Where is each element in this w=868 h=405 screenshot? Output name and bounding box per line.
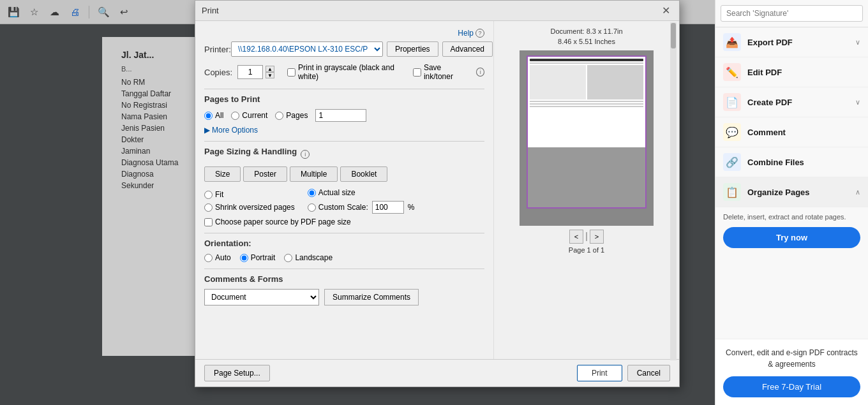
right-panel-item-comment[interactable]: 💬 Comment — [715, 117, 868, 147]
radio-actual[interactable] — [308, 189, 316, 197]
orientation-section: Orientation: Auto Portrait Landscape — [204, 239, 484, 262]
comments-section: Comments & Forms Document Summarize Comm… — [204, 274, 484, 306]
next-page-button[interactable]: > — [590, 230, 604, 244]
comments-title: Comments & Forms — [204, 274, 484, 284]
copies-down-button[interactable]: ▼ — [266, 72, 274, 78]
comments-row: Document Summarize Comments — [204, 289, 484, 306]
export-pdf-label: Export PDF — [747, 38, 849, 47]
radio-auto-label[interactable]: Auto — [204, 253, 231, 262]
cancel-button[interactable]: Cancel — [627, 365, 670, 381]
radio-pages-label[interactable]: Pages — [275, 111, 308, 120]
radio-actual-label[interactable]: Actual size — [308, 188, 415, 197]
radio-portrait[interactable] — [240, 254, 248, 262]
scale-unit: % — [408, 203, 415, 212]
preview-line — [530, 101, 643, 102]
save-ink-checkbox[interactable] — [413, 68, 421, 77]
orientation-radio-group: Auto Portrait Landscape — [204, 253, 484, 262]
document-info: Document: 8.3 x 11.7in — [550, 27, 622, 35]
preview-container — [520, 50, 654, 226]
paper-source-label[interactable]: Choose paper source by PDF page size — [204, 217, 351, 226]
paper-source-checkbox[interactable] — [204, 218, 213, 226]
radio-shrink-label[interactable]: Shrink oversized pages — [204, 203, 295, 212]
copies-wrap: Copies: ▲ ▼ — [204, 65, 274, 79]
radio-shrink[interactable] — [204, 203, 213, 212]
preview-page-content — [528, 57, 645, 147]
radio-current-label[interactable]: Current — [231, 111, 267, 120]
right-panel-item-edit[interactable]: ✏️ Edit PDF — [715, 57, 868, 87]
radio-all[interactable] — [204, 112, 213, 120]
fit-radio-col: Fit Shrink oversized pages — [204, 190, 295, 212]
copies-label: Copies: — [204, 68, 232, 77]
sizing-section: Page Sizing & Handling i Size Poster Mul… — [204, 147, 484, 226]
radio-all-label[interactable]: All — [204, 111, 223, 120]
free-trial-button[interactable]: Free 7-Day Trial — [723, 376, 860, 397]
right-panel-item-export[interactable]: 📤 Export PDF ∨ — [715, 27, 868, 57]
page-size-info: 8.46 x 5.51 Inches — [558, 38, 615, 45]
radio-fit-label[interactable]: Fit — [204, 190, 295, 199]
bottom-promo-section: Convert, edit and e-sign PDF contracts &… — [715, 339, 868, 405]
radio-fit[interactable] — [204, 191, 213, 199]
summarize-button[interactable]: Summarize Comments — [324, 289, 419, 306]
ink-info-icon[interactable]: i — [476, 68, 484, 77]
dialog-preview-panel: Document: 8.3 x 11.7in 8.46 x 5.51 Inche… — [494, 21, 679, 359]
copies-input[interactable] — [237, 65, 263, 79]
advanced-button[interactable]: Advanced — [442, 41, 493, 57]
preview-area: Document: 8.3 x 11.7in 8.46 x 5.51 Inche… — [500, 27, 673, 254]
fit-row: Fit Shrink oversized pages Actual size — [204, 188, 484, 214]
page-setup-button[interactable]: Page Setup... — [204, 365, 270, 381]
radio-custom[interactable] — [308, 203, 316, 212]
dialog-footer: Page Setup... Print Cancel — [195, 359, 679, 387]
radio-actual-text: Actual size — [318, 188, 355, 197]
organize-description: Delete, insert, extract and rotate pages… — [723, 212, 860, 222]
printer-select[interactable]: \\192.168.0.40\EPSON LX-310 ESC/P — [231, 41, 383, 57]
radio-landscape[interactable] — [284, 254, 292, 262]
tab-booklet-button[interactable]: Booklet — [340, 166, 387, 182]
radio-custom-label[interactable]: Custom Scale: — [308, 203, 368, 212]
grayscale-checkbox[interactable] — [287, 68, 296, 77]
radio-auto[interactable] — [204, 254, 213, 262]
help-icon[interactable]: ? — [475, 29, 484, 38]
right-panel-item-create[interactable]: 📄 Create PDF ∨ — [715, 87, 868, 117]
try-now-button[interactable]: Try now — [723, 227, 860, 248]
paper-source-text: Choose paper source by PDF page size — [215, 217, 351, 226]
right-panel-item-combine[interactable]: 🔗 Combine Files — [715, 147, 868, 177]
sizing-info-icon[interactable]: i — [301, 150, 310, 159]
signature-search-input[interactable] — [721, 5, 863, 22]
comments-select[interactable]: Document — [204, 289, 319, 306]
dialog-title: Print — [202, 6, 219, 15]
dialog-scrollbar[interactable] — [670, 22, 677, 360]
right-panel-item-organize[interactable]: 📋 Organize Pages ∧ — [715, 177, 868, 207]
radio-current-text: Current — [242, 111, 267, 120]
page-slider[interactable] — [586, 232, 587, 241]
preview-line — [530, 106, 643, 107]
radio-landscape-label[interactable]: Landscape — [284, 253, 333, 262]
grayscale-checkbox-label[interactable]: Print in grayscale (black and white) — [287, 63, 403, 81]
scale-input[interactable] — [372, 201, 404, 214]
save-ink-checkbox-label[interactable]: Save ink/toner — [413, 63, 466, 81]
help-link[interactable]: Help ? — [458, 29, 484, 38]
properties-button[interactable]: Properties — [387, 41, 438, 57]
more-options[interactable]: ▶ More Options — [204, 126, 484, 135]
right-panel: 📤 Export PDF ∨ ✏️ Edit PDF 📄 Create PDF … — [715, 0, 868, 405]
prev-page-button[interactable]: < — [569, 230, 583, 244]
copies-up-button[interactable]: ▲ — [266, 66, 274, 72]
dialog-close-button[interactable]: ✕ — [659, 4, 673, 17]
tab-size-button[interactable]: Size — [204, 166, 241, 182]
radio-current[interactable] — [231, 112, 239, 120]
tab-poster-button[interactable]: Poster — [243, 166, 287, 182]
dialog-titlebar: Print ✕ — [195, 1, 679, 21]
pages-range-input[interactable] — [315, 109, 366, 122]
print-button[interactable]: Print — [577, 365, 622, 381]
organize-pages-icon: 📋 — [723, 183, 741, 201]
sizing-title: Page Sizing & Handling — [204, 147, 297, 156]
tab-multiple-button[interactable]: Multiple — [290, 166, 338, 182]
checkbox-group: Print in grayscale (black and white) Sav… — [287, 63, 484, 81]
page-indicator: Page 1 of 1 — [569, 246, 604, 254]
divider-2 — [204, 141, 484, 142]
comment-label: Comment — [747, 128, 860, 137]
help-row: Help ? — [204, 29, 484, 38]
preview-block — [587, 65, 643, 99]
radio-portrait-label[interactable]: Portrait — [240, 253, 276, 262]
radio-pages[interactable] — [275, 112, 283, 120]
pages-title: Pages to Print — [204, 94, 484, 104]
